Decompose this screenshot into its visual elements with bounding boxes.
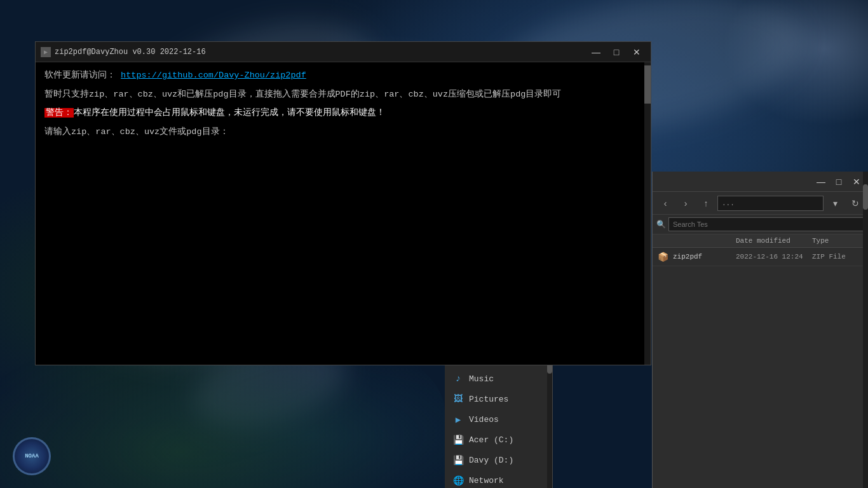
input-prompt-line: 请输入zip、rar、cbz、uvz文件或pdg目录： <box>44 125 642 139</box>
terminal-title: zip2pdf@DavyZhou v0.30 2022-12-16 <box>55 48 587 57</box>
music-icon: ♪ <box>452 373 464 384</box>
nav-item-music[interactable]: ♪ Music <box>445 369 552 389</box>
explorer-scrollbar[interactable] <box>863 172 868 488</box>
pictures-icon: 🖼 <box>452 393 464 405</box>
refresh-button[interactable]: ↻ <box>846 195 864 212</box>
address-bar[interactable]: ... <box>717 196 824 211</box>
terminal-window: ▶ zip2pdf@DavyZhou v0.30 2022-12-16 — □ … <box>35 41 651 365</box>
minimize-button[interactable]: — <box>587 45 605 59</box>
nav-back-button[interactable]: ‹ <box>656 195 674 212</box>
file-name: zip2pdf <box>673 253 736 261</box>
file-list: 📦 zip2pdf 2022-12-16 12:24 ZIP File <box>653 248 868 488</box>
warning-line: 警告：本程序在使用过程中会占用鼠标和键盘，未运行完成，请不要使用鼠标和键盘！ <box>44 106 642 120</box>
support-line: 暂时只支持zip、rar、cbz、uvz和已解压pdg目录，直接拖入需要合并成P… <box>44 88 642 102</box>
file-explorer-panel: — □ ✕ ‹ › ↑ ... ▾ ↻ 🔍 Date modified Type… <box>652 172 868 488</box>
explorer-minimize-button[interactable]: — <box>812 175 830 189</box>
search-input[interactable] <box>668 217 864 231</box>
davy-d-icon: 💾 <box>452 454 464 466</box>
noaa-label: NOAA <box>25 453 39 459</box>
videos-label: Videos <box>469 415 499 424</box>
noaa-logo: NOAA <box>13 437 51 475</box>
network-icon: 🌐 <box>452 475 464 486</box>
search-icon: 🔍 <box>656 220 666 229</box>
support-text: 暂时只支持zip、rar、cbz、uvz和已解压pdg目录，直接拖入需要合并成P… <box>44 90 561 99</box>
explorer-scrollbar-thumb <box>863 184 868 210</box>
music-label: Music <box>469 374 494 384</box>
davy-d-label: Davy (D:) <box>469 456 513 465</box>
nav-forward-button[interactable]: › <box>677 195 695 212</box>
nav-sidebar: ⬇ Downloads ♪ Music 🖼 Pictures ▶ Videos … <box>445 348 553 488</box>
date-modified-header: Date modified <box>736 237 812 245</box>
videos-icon: ▶ <box>452 414 464 425</box>
update-label: 软件更新请访问： <box>44 71 116 80</box>
warning-prefix: 警告： <box>44 108 74 118</box>
explorer-search-bar: 🔍 <box>653 215 868 234</box>
acer-c-label: Acer (C:) <box>469 435 513 445</box>
terminal-scrollbar[interactable] <box>644 62 651 365</box>
file-icon: 📦 <box>658 252 668 262</box>
nav-item-videos[interactable]: ▶ Videos <box>445 409 552 430</box>
dropdown-button[interactable]: ▾ <box>826 195 844 212</box>
file-date: 2022-12-16 12:24 <box>736 253 812 261</box>
nav-item-network[interactable]: 🌐 Network <box>445 470 552 488</box>
file-type: ZIP File <box>812 253 863 261</box>
column-headers: Date modified Type <box>653 234 868 248</box>
terminal-app-icon: ▶ <box>41 47 51 57</box>
update-url[interactable]: https://github.com/Davy-Zhou/zip2pdf <box>121 71 306 80</box>
explorer-toolbar: ‹ › ↑ ... ▾ ↻ <box>653 192 868 215</box>
nav-item-pictures[interactable]: 🖼 Pictures <box>445 389 552 409</box>
explorer-titlebar: — □ ✕ <box>653 172 868 192</box>
nav-scrollbar[interactable] <box>547 348 552 488</box>
explorer-maximize-button[interactable]: □ <box>830 175 848 189</box>
close-button[interactable]: ✕ <box>628 45 646 59</box>
terminal-titlebar: ▶ zip2pdf@DavyZhou v0.30 2022-12-16 — □ … <box>36 42 651 62</box>
network-label: Network <box>469 476 504 485</box>
acer-c-icon: 💾 <box>452 434 464 445</box>
table-row[interactable]: 📦 zip2pdf 2022-12-16 12:24 ZIP File <box>653 248 868 266</box>
terminal-controls: — □ ✕ <box>587 45 646 59</box>
maximize-button[interactable]: □ <box>607 45 625 59</box>
terminal-scrollbar-thumb <box>644 65 651 104</box>
type-header: Type <box>812 237 863 245</box>
terminal-content: 软件更新请访问： https://github.com/Davy-Zhou/zi… <box>36 62 651 365</box>
nav-up-button[interactable]: ↑ <box>697 195 715 212</box>
warning-text: 本程序在使用过程中会占用鼠标和键盘，未运行完成，请不要使用鼠标和键盘！ <box>74 108 385 118</box>
nav-item-davy-d[interactable]: 💾 Davy (D:) <box>445 450 552 470</box>
input-prompt: 请输入zip、rar、cbz、uvz文件或pdg目录： <box>44 127 229 137</box>
pictures-label: Pictures <box>469 395 508 404</box>
update-line: 软件更新请访问： https://github.com/Davy-Zhou/zi… <box>44 69 642 83</box>
nav-item-acer-c[interactable]: 💾 Acer (C:) <box>445 430 552 450</box>
